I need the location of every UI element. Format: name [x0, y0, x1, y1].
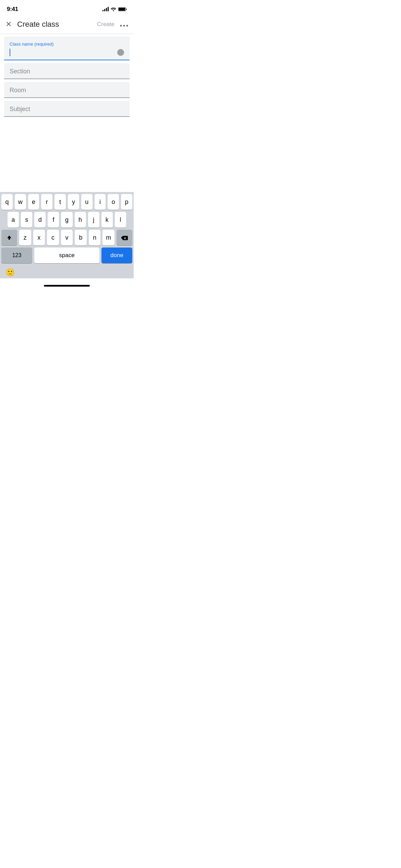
close-button[interactable]: ✕: [5, 19, 14, 29]
key-g[interactable]: g: [61, 212, 72, 228]
section-input-row: Section: [10, 68, 124, 75]
home-indicator: [44, 285, 90, 287]
svg-point-3: [120, 25, 122, 27]
emoji-button[interactable]: 🙂: [5, 268, 15, 277]
svg-point-4: [123, 25, 125, 27]
form-area: Class name (required) Section Room Subje…: [0, 37, 134, 117]
key-n[interactable]: n: [89, 230, 101, 245]
key-t[interactable]: t: [54, 194, 66, 210]
key-c[interactable]: c: [47, 230, 59, 245]
svg-point-5: [126, 25, 128, 27]
section-placeholder: Section: [10, 68, 30, 75]
svg-rect-2: [126, 9, 127, 10]
svg-rect-1: [119, 8, 125, 11]
key-a[interactable]: a: [8, 212, 19, 228]
numbers-key[interactable]: 123: [1, 248, 32, 263]
key-f[interactable]: f: [48, 212, 59, 228]
page-title: Create class: [17, 20, 59, 29]
status-bar: 9:41: [0, 0, 134, 16]
keyboard-row-1: q w e r t y u i o p: [0, 192, 134, 210]
room-input-row: Room: [10, 87, 124, 94]
backspace-key[interactable]: [117, 230, 132, 245]
class-name-field[interactable]: Class name (required): [4, 37, 130, 60]
room-field[interactable]: Room: [4, 82, 130, 98]
key-k[interactable]: k: [101, 212, 113, 228]
class-name-label: Class name (required): [10, 41, 124, 47]
subject-field[interactable]: Subject: [4, 101, 130, 117]
wifi-icon: [111, 7, 116, 11]
key-x[interactable]: x: [33, 230, 45, 245]
signal-bars-icon: [102, 7, 109, 11]
keyboard: q w e r t y u i o p a s d f g h j k l z …: [0, 192, 134, 278]
emoji-row: 🙂: [0, 266, 134, 278]
create-button[interactable]: Create: [97, 21, 114, 28]
status-time: 9:41: [7, 6, 18, 13]
key-v[interactable]: v: [61, 230, 73, 245]
nav-right: Create: [97, 20, 128, 29]
nav-left: ✕ Create class: [5, 19, 59, 29]
key-b[interactable]: b: [75, 230, 87, 245]
key-y[interactable]: y: [68, 194, 79, 210]
more-options-button[interactable]: [120, 20, 128, 29]
keyboard-bottom-row: 123 space done: [0, 245, 134, 266]
key-j[interactable]: j: [88, 212, 99, 228]
key-i[interactable]: i: [95, 194, 106, 210]
key-d[interactable]: d: [34, 212, 46, 228]
key-q[interactable]: q: [1, 194, 13, 210]
shift-key[interactable]: [1, 230, 17, 245]
empty-space: [0, 120, 134, 154]
battery-icon: [118, 7, 127, 11]
key-s[interactable]: s: [21, 212, 32, 228]
key-m[interactable]: m: [102, 230, 114, 245]
text-cursor: [10, 49, 10, 56]
key-l[interactable]: l: [115, 212, 126, 228]
space-key[interactable]: space: [34, 248, 99, 263]
nav-bar: ✕ Create class Create: [0, 16, 134, 34]
keyboard-row-2: a s d f g h j k l: [0, 210, 134, 228]
done-key[interactable]: done: [101, 248, 132, 263]
key-w[interactable]: w: [15, 194, 26, 210]
key-h[interactable]: h: [75, 212, 86, 228]
key-e[interactable]: e: [28, 194, 39, 210]
subject-placeholder: Subject: [10, 106, 30, 113]
keyboard-row-3: z x c v b n m: [0, 228, 134, 245]
status-icons: [102, 7, 127, 11]
key-p[interactable]: p: [121, 194, 132, 210]
key-o[interactable]: o: [108, 194, 119, 210]
subject-input-row: Subject: [10, 106, 124, 113]
class-name-input-row: [10, 49, 124, 56]
selection-handle: [117, 49, 124, 56]
key-r[interactable]: r: [41, 194, 52, 210]
room-placeholder: Room: [10, 87, 26, 94]
key-u[interactable]: u: [81, 194, 93, 210]
section-field[interactable]: Section: [4, 63, 130, 79]
key-z[interactable]: z: [19, 230, 31, 245]
